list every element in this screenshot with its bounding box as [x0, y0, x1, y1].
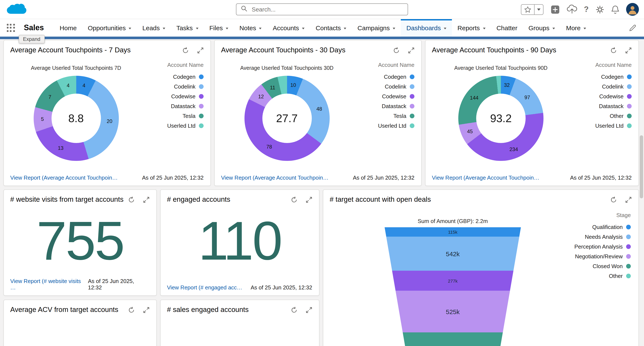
donut-ring[interactable]: 27.7 1048781211 [244, 76, 330, 161]
funnel-segment-perception-analysis[interactable]: 277k [384, 271, 521, 291]
legend-item[interactable]: Tesla [167, 111, 204, 121]
legend-swatch [627, 94, 632, 99]
nav-item-reports[interactable]: Reports [452, 19, 491, 37]
nav-item-groups[interactable]: Groups [523, 19, 560, 37]
favorites-control[interactable] [521, 4, 544, 15]
legend-item[interactable]: Datastack [595, 101, 632, 111]
nav-item-tasks[interactable]: Tasks [171, 19, 204, 37]
legend-item[interactable]: Tesla [378, 111, 414, 121]
user-avatar[interactable] [626, 3, 639, 16]
refresh-icon[interactable] [291, 307, 297, 313]
view-report-link[interactable]: View Report (# website visits … [10, 278, 88, 291]
nav-item-contacts[interactable]: Contacts [310, 19, 352, 37]
chart-subtitle: Average Userled Total Touchpoints 30D [215, 65, 359, 71]
favorites-caret-icon[interactable] [534, 4, 543, 14]
nav-item-more[interactable]: More [560, 19, 592, 37]
view-report-link[interactable]: View Report (Average Account Touchpoin… [221, 174, 328, 181]
refresh-icon[interactable] [182, 47, 189, 54]
nav-item-campaigns[interactable]: Campaigns [352, 19, 401, 37]
legend-item[interactable]: Datastack [167, 101, 204, 111]
donut-ring[interactable]: 8.8 42013574 [34, 76, 118, 161]
expand-icon[interactable] [625, 47, 632, 54]
global-actions-icon[interactable] [550, 4, 560, 14]
legend-item[interactable]: Codegen [378, 72, 414, 82]
legend-item[interactable]: Userled Ltd [167, 121, 204, 131]
expand-icon[interactable] [625, 197, 632, 203]
legend-item[interactable]: Other [595, 111, 632, 121]
legend-item[interactable]: Codelink [378, 82, 414, 91]
nav-item-files[interactable]: Files [204, 19, 234, 37]
search-input[interactable] [251, 5, 403, 13]
nav-item-label: Opportunities [88, 24, 126, 31]
expand-icon[interactable] [306, 307, 312, 313]
legend-item[interactable]: Codelink [167, 82, 204, 91]
vertical-scrollbar-thumb[interactable] [640, 135, 643, 198]
view-report-link[interactable]: View Report (# engaged acc… [167, 284, 242, 291]
donut-chart-90d: Average Userled Total Touchpoints 90D 93… [426, 65, 576, 161]
refresh-icon[interactable] [610, 197, 617, 203]
app-launcher-icon[interactable] [7, 24, 15, 32]
legend-label: Datastack [382, 103, 406, 109]
legend-item[interactable]: Closed Won [574, 261, 631, 271]
chevron-down-icon [393, 27, 395, 29]
nav-item-dashboards[interactable]: Dashboards [401, 19, 452, 37]
legend-swatch [627, 123, 632, 128]
legend-item[interactable]: Codewise [378, 91, 414, 101]
donut-ring[interactable]: 93.2 329723445144 [458, 76, 544, 161]
refresh-icon[interactable] [128, 197, 134, 203]
legend-item[interactable]: Userled Ltd [378, 121, 414, 131]
notifications-bell-icon[interactable] [611, 5, 619, 14]
nav-item-accounts[interactable]: Accounts [267, 19, 310, 37]
legend-item[interactable]: Codegen [595, 72, 632, 82]
funnel-segment-qualification[interactable]: 115k [384, 227, 521, 237]
funnel-segment-negotiation-review[interactable]: 525k [384, 291, 521, 332]
legend-item[interactable]: Needs Analysis [574, 232, 631, 242]
legend-item[interactable]: Qualification [574, 222, 631, 232]
funnel-segment-needs-analysis[interactable]: 542k [384, 237, 521, 271]
legend-swatch [626, 235, 631, 239]
nav-item-opportunities[interactable]: Opportunities [82, 19, 137, 37]
nav-item-notes[interactable]: Notes [234, 19, 267, 37]
nav-item-chatter[interactable]: Chatter [491, 19, 523, 37]
legend-item[interactable]: Codelink [595, 82, 632, 91]
legend-item[interactable]: Codegen [167, 72, 204, 82]
legend-label: Perception Analysis [574, 243, 623, 250]
expand-icon[interactable] [197, 47, 204, 54]
nav-item-leads[interactable]: Leads [137, 19, 171, 37]
refresh-icon[interactable] [610, 47, 617, 54]
refresh-icon[interactable] [393, 47, 400, 54]
legend-item[interactable]: Datastack [378, 101, 414, 111]
legend-item[interactable]: Userled Ltd [595, 121, 632, 131]
card-title: Average ACV from target accounts [10, 306, 118, 314]
nav-item-label: Tasks [176, 24, 193, 31]
legend-swatch [626, 274, 631, 278]
legend-item[interactable]: Negotiation/Review [574, 252, 631, 261]
card-title: # website visits from target accounts [10, 195, 124, 203]
refresh-icon[interactable] [291, 197, 297, 203]
expand-icon[interactable] [408, 47, 414, 54]
global-search[interactable] [236, 3, 408, 15]
legend-item[interactable]: Codewise [167, 91, 204, 101]
legend-swatch [627, 84, 632, 89]
legend-item[interactable]: Codewise [595, 91, 632, 101]
nav-item-home[interactable]: Home [54, 19, 82, 37]
refresh-icon[interactable] [128, 307, 134, 313]
setup-gear-icon[interactable] [596, 5, 604, 14]
donut-segment-label: 13 [58, 145, 64, 151]
upload-icon[interactable] [567, 5, 577, 14]
donut-segment-label: 7 [48, 94, 51, 100]
legend-label: Userled Ltd [595, 123, 624, 129]
favorites-star-icon[interactable] [521, 4, 534, 14]
legend-item[interactable]: Perception Analysis [574, 242, 631, 252]
expand-icon[interactable] [143, 307, 150, 313]
help-icon[interactable]: ? [584, 5, 589, 13]
view-report-link[interactable]: View Report (Average Account Touchpoin… [432, 174, 539, 181]
legend-label: Other [609, 273, 623, 279]
expand-icon[interactable] [306, 197, 312, 203]
legend-item[interactable]: Other [574, 271, 631, 281]
edit-nav-pencil-icon[interactable] [629, 24, 636, 32]
donut-segment-label: 32 [504, 82, 510, 88]
funnel-segment-closed-won[interactable] [384, 332, 521, 346]
expand-icon[interactable] [143, 197, 150, 203]
view-report-link[interactable]: View Report (Average Account Touchpoin… [10, 174, 118, 181]
